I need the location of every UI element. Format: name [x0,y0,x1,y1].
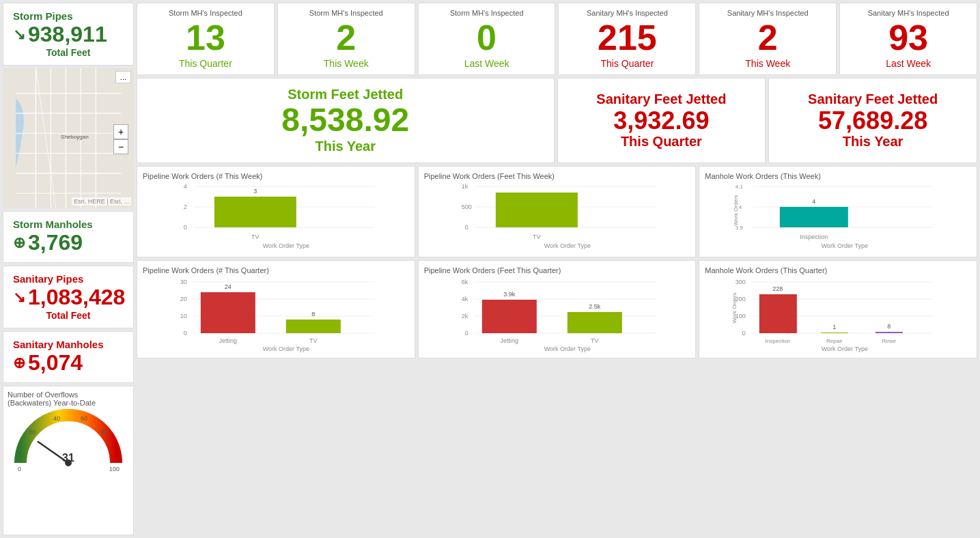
svg-text:8: 8 [888,323,891,330]
kpi-card-5: Sanitary MH's Inspected 93 Last Week [839,3,977,75]
svg-text:Repair: Repair [826,338,843,344]
big-kpi-2: Sanitary Feet Jetted 57,689.28 This Year [768,78,977,163]
svg-text:0: 0 [464,330,468,337]
kpi-title-4: Sanitary MH's Inspected [705,9,830,17]
svg-rect-63 [286,320,341,333]
sanitary-pipes-sub: Total Feet [13,310,124,321]
chart-manhole-week-title: Manhole Work Orders (This Week) [705,172,971,180]
storm-manholes-label: Storm Manholes [13,218,124,230]
svg-text:4: 4 [739,204,742,210]
svg-text:1: 1 [833,324,837,330]
big-kpi-title-2: Sanitary Feet Jetted [777,91,968,107]
storm-pipes-card: Storm Pipes ↘ 938,911 Total Feet [3,3,134,66]
svg-text:Rinse: Rinse [882,338,897,344]
svg-text:10: 10 [180,313,187,320]
svg-text:Sheboygan: Sheboygan [61,134,89,140]
kpi-title-1: Storm MH's Inspected [283,9,409,17]
chart-pipeline-week-feet-title: Pipeline Work Orders (Feet This Week) [424,172,690,180]
chart-pipeline-quarter-count: Pipeline Work Orders (# This Quarter) 30… [137,260,415,358]
svg-text:30: 30 [180,279,187,285]
chart-manhole-quarter: Manhole Work Orders (This Quarter) 300 2… [699,260,977,358]
kpi-value-2: 0 [424,20,550,55]
svg-text:24: 24 [225,283,232,290]
svg-text:TV: TV [591,337,599,344]
overflow-card: Number of Overflows (Backwaters) Year-to… [3,386,134,535]
chart-pipeline-quarter-feet-title: Pipeline Work Orders (Feet This Quarter) [424,266,690,274]
storm-pipes-arrow: ↘ [13,26,25,44]
svg-text:60: 60 [81,415,87,422]
svg-text:40: 40 [53,415,60,422]
svg-text:Work Order Type: Work Order Type [544,242,590,249]
svg-rect-38 [495,193,577,227]
kpi-title-3: Sanitary MH's Inspected [564,9,690,17]
svg-text:500: 500 [461,203,471,210]
storm-manholes-value: ⊕ 3,769 [13,230,124,255]
chart-pipeline-quarter-count-title: Pipeline Work Orders (# This Quarter) [143,266,409,274]
sanitary-pipes-card: Sanitary Pipes ↘ 1,083,428 Total Feet [3,266,134,328]
svg-text:6k: 6k [461,279,468,285]
kpi-title-5: Sanitary MH's Inspected [845,9,971,17]
svg-text:Inspection: Inspection [800,233,828,240]
svg-rect-91 [759,294,797,333]
svg-text:TV: TV [533,233,541,240]
map-attribution: Esri, HERE | Esri, ... [72,197,131,206]
sanitary-pipes-value: ↘ 1,083,428 [13,285,124,310]
sanitary-pipes-arrow: ↘ [13,289,25,307]
svg-text:4: 4 [813,198,816,205]
kpi-value-1: 2 [283,20,409,55]
svg-rect-94 [821,332,848,333]
svg-text:Work Order Type: Work Order Type [263,242,309,249]
svg-text:Jetting: Jetting [219,337,238,344]
svg-text:TV: TV [309,337,318,344]
storm-manhole-icon: ⊕ [13,234,25,252]
svg-text:0: 0 [742,330,746,337]
kpi-period-3: This Quarter [564,58,690,69]
kpi-value-5: 93 [845,20,971,55]
kpi-period-2: Last Week [424,58,550,69]
sanitary-manholes-label: Sanitary Manholes [13,339,124,350]
svg-text:20: 20 [180,296,187,302]
chart-pipeline-week-feet: Pipeline Work Orders (Feet This Week) 1k… [418,166,697,257]
svg-text:4k: 4k [461,296,468,302]
charts-week-row: Pipeline Work Orders (# This Week) 4 2 0… [137,166,977,257]
svg-text:4.1: 4.1 [736,184,744,190]
svg-rect-48 [780,207,848,227]
chart-manhole-week: Manhole Work Orders (This Week) 4.1 4 3.… [699,166,977,257]
storm-pipes-label: Storm Pipes [13,10,124,22]
big-kpi-0: Storm Feet Jetted 8,538.92 This Year [137,78,555,163]
chart-manhole-quarter-title: Manhole Work Orders (This Quarter) [705,266,971,274]
sanitary-pipes-label: Sanitary Pipes [13,273,124,285]
svg-text:0: 0 [18,466,21,472]
kpi-card-2: Storm MH's Inspected 0 Last Week [418,3,556,75]
kpi-value-0: 13 [143,20,268,55]
svg-text:Jetting: Jetting [500,337,518,344]
big-kpi-value-0: 8,538.92 [145,102,546,139]
svg-text:0: 0 [464,224,468,231]
map-zoom-controls[interactable]: + − [113,124,128,154]
svg-text:Work Orders: Work Orders [731,292,738,323]
big-kpi-period-0: This Year [145,139,546,154]
kpi-title-2: Storm MH's Inspected [424,9,550,17]
chart-pipeline-week-count: Pipeline Work Orders (# This Week) 4 2 0… [137,166,415,257]
storm-pipes-sub: Total Feet [13,47,124,58]
sanitary-manhole-icon: ⊕ [13,354,25,372]
svg-text:4: 4 [184,183,187,190]
sanitary-manholes-card: Sanitary Manholes ⊕ 5,074 [3,331,134,383]
kpi-period-0: This Quarter [143,58,268,69]
zoom-in-button[interactable]: + [113,124,128,139]
kpi-period-4: This Week [705,58,830,69]
svg-text:1k: 1k [461,183,468,190]
svg-text:228: 228 [773,285,783,292]
overflow-gauge: 0 20 40 60 80 100 31 [8,408,129,470]
map-options-button[interactable]: ... [115,71,131,83]
svg-text:20: 20 [29,429,36,436]
svg-text:80: 80 [101,429,108,436]
svg-text:Work Order Type: Work Order Type [822,242,868,249]
map-area: Sheboygan Esri, HERE | Esri, ... ... + − [3,68,134,208]
svg-text:0: 0 [184,330,187,337]
zoom-out-button[interactable]: − [113,139,128,154]
overflow-title: Number of Overflows (Backwaters) Year-to… [8,391,129,407]
big-kpi-period-1: This Quarter [566,134,757,150]
storm-manholes-card: Storm Manholes ⊕ 3,769 [3,211,134,263]
svg-text:TV: TV [251,233,260,240]
